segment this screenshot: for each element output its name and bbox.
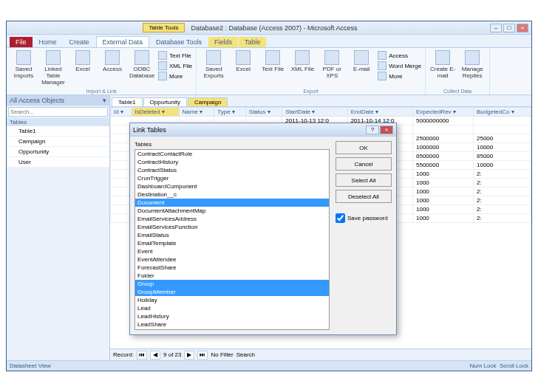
tab-database-tools[interactable]: Database Tools [150,37,208,47]
tab-create[interactable]: Create [64,37,95,47]
dialog-help-button[interactable]: ? [366,125,379,134]
export-wordmerge-button[interactable]: Word Merge [378,61,421,71]
nav-item[interactable]: Campaign [7,137,109,147]
list-item[interactable]: Destination__c [135,190,329,199]
cell[interactable]: 2: [474,196,531,205]
list-item[interactable]: Lead [135,304,329,312]
tab-external-data[interactable]: External Data [96,36,150,47]
export-xml-button[interactable]: XML File [289,50,316,81]
cell[interactable] [111,205,132,214]
cell[interactable]: 10000 [474,161,531,170]
column-header[interactable]: StartDate ▾ [282,108,347,117]
list-item[interactable]: EventAttendee [135,255,329,264]
linked-table-manager-button[interactable]: Linked Table Manager [40,50,67,86]
cell[interactable] [413,125,474,134]
list-item[interactable]: LeadShare [135,320,329,329]
minimize-button[interactable]: – [490,24,502,32]
column-header[interactable]: ExpectedRev ▾ [413,108,474,117]
nav-header[interactable]: All Access Objects▾ [7,95,109,106]
cell[interactable]: 10000 [474,143,531,152]
saved-exports-button[interactable]: Saved Exports [200,50,227,81]
import-odbc-button[interactable]: ODBC Database [129,50,155,86]
list-item[interactable]: Group [135,280,329,288]
close-button[interactable]: × [517,24,528,32]
export-email-button[interactable]: E-mail [348,50,375,81]
manage-replies-button[interactable]: Manage Replies [459,50,486,79]
cell[interactable]: 2: [474,214,531,223]
list-item[interactable]: EmailStatus [135,231,329,239]
list-item[interactable]: ContractStatus [135,166,329,174]
next-record-button[interactable]: ▶ [184,351,194,360]
cell[interactable]: 2: [474,188,531,196]
cell[interactable]: 2: [474,205,531,214]
cell[interactable] [111,196,132,205]
nav-group-tables[interactable]: Tables [7,118,109,126]
cell[interactable] [111,161,132,170]
import-xml-button[interactable]: XML File [158,61,192,71]
dialog-close-button[interactable]: × [380,125,393,134]
cell[interactable]: 2500000 [413,134,474,143]
tab-file[interactable]: File [10,37,33,47]
column-header[interactable]: Type ▾ [214,108,246,117]
nav-item[interactable]: Opportunity [7,147,109,157]
nav-search-input[interactable] [8,107,108,117]
import-more-button[interactable]: More [158,71,192,81]
export-text-button[interactable]: Text File [259,50,286,81]
cell[interactable]: 2: [474,170,531,179]
prev-record-button[interactable]: ◀ [150,351,160,360]
doc-tab-opportunity[interactable]: Opportunity [143,97,187,106]
list-item[interactable]: Document [135,199,329,207]
list-item[interactable]: EmailServicesAddress [135,215,329,223]
column-header[interactable]: Status ▾ [245,108,282,117]
import-access-button[interactable]: Access [99,50,126,86]
cell[interactable] [111,188,132,196]
list-item[interactable]: ForecastShare [135,264,329,272]
list-item[interactable]: ContractHistory [135,158,329,166]
save-password-checkbox[interactable]: Save password [336,213,392,223]
list-item[interactable]: EmailServicesFunction [135,223,329,231]
cell[interactable] [474,125,531,134]
list-item[interactable]: LeadStatus [135,329,329,330]
import-text-button[interactable]: Text File [158,50,192,61]
export-access-button[interactable]: Access [378,50,421,61]
list-item[interactable]: ContractContactRole [135,150,329,158]
tables-listbox[interactable]: ContractContactRoleContractHistoryContra… [134,149,330,330]
list-item[interactable]: DocumentAttachmentMap [135,207,329,215]
first-record-button[interactable]: ⏮ [137,351,147,360]
export-excel-button[interactable]: Excel [230,50,256,81]
cell[interactable]: 1000000 [413,143,474,152]
cell[interactable]: 5000000000 [413,117,474,125]
cell[interactable] [111,134,132,143]
list-item[interactable]: Holiday [135,296,329,304]
maximize-button[interactable]: □ [503,24,515,32]
list-item[interactable]: GroupMember [135,288,329,296]
import-excel-button[interactable]: Excel [69,50,96,86]
cell[interactable]: 1000 [413,205,474,214]
cell[interactable]: 25000 [474,134,531,143]
ok-button[interactable]: OK [336,141,392,154]
list-item[interactable]: LeadHistory [135,312,329,320]
cell[interactable] [111,170,132,179]
cell[interactable] [111,152,132,161]
column-header[interactable]: Name ▾ [179,108,214,117]
column-header[interactable]: EndDate ▾ [347,108,412,117]
cell[interactable]: 8500000 [413,152,474,161]
last-record-button[interactable]: ⏭ [197,351,208,360]
list-item[interactable]: EmailTemplate [135,239,329,247]
list-item[interactable]: Event [135,247,329,255]
export-pdf-button[interactable]: PDF or XPS [319,50,345,81]
export-more-button[interactable]: More [378,71,421,81]
create-email-button[interactable]: Create E-mail [429,50,456,79]
nav-item[interactable]: Table1 [7,126,109,137]
column-header[interactable]: Id ▾ [111,108,132,117]
list-item[interactable]: CronTrigger [135,174,329,182]
cancel-button[interactable]: Cancel [336,157,392,171]
saved-imports-button[interactable]: Saved Imports [10,50,37,86]
cell[interactable]: 5500000 [413,161,474,170]
cell[interactable]: 85000 [474,152,531,161]
tab-home[interactable]: Home [33,37,63,47]
cell[interactable] [111,117,132,125]
cell[interactable]: 1000 [413,188,474,196]
cell[interactable]: 1000 [413,214,474,223]
select-all-button[interactable]: Select All [336,173,392,187]
